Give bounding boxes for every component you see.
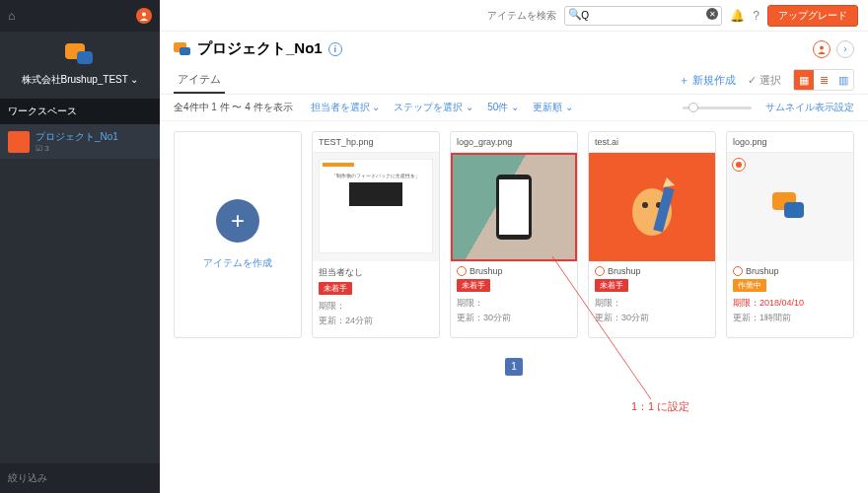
project-title: プロジェクト_No1 — [197, 39, 323, 58]
new-item-action[interactable]: ＋ 新規作成 — [679, 73, 736, 88]
view-grid-icon[interactable]: ▦ — [794, 70, 814, 90]
item-title: logo_gray.png — [451, 132, 577, 153]
project-label: プロジェクト_No1 — [36, 130, 118, 144]
org-block[interactable]: 株式会社Brushup_TEST ⌄ — [0, 32, 160, 99]
svg-point-5 — [642, 202, 648, 208]
filter-row: 全4件中 1 件 〜 4 件を表示 担当者を選択 ⌄ ステップを選択 ⌄ 50件… — [160, 95, 868, 121]
item-title: logo.png — [727, 132, 853, 153]
bell-icon[interactable]: 🔔 — [730, 9, 745, 23]
new-item-label: アイテムを作成 — [203, 256, 272, 270]
header-user-icon[interactable] — [813, 40, 831, 58]
filter-sort[interactable]: 更新順 ⌄ — [533, 101, 573, 114]
status-badge: 未着手 — [319, 282, 352, 295]
view-list-icon[interactable]: ≣ — [814, 70, 833, 90]
view-switch: ▦ ≣ ▥ — [793, 69, 854, 91]
pager: 1 — [160, 348, 868, 384]
project-icon — [174, 42, 191, 56]
tab-row: アイテム ＋ 新規作成 ✓ 選択 ▦ ≣ ▥ — [160, 66, 868, 95]
page-1[interactable]: 1 — [505, 358, 523, 376]
tab-items[interactable]: アイテム — [174, 66, 225, 94]
next-icon[interactable]: › — [836, 40, 854, 58]
assignee-name: Brushup — [746, 266, 779, 276]
topbar: アイテムを検索 🔍 ✕ 🔔 ? アップグレード — [160, 0, 868, 32]
search-label: アイテムを検索 — [487, 9, 556, 23]
svg-point-0 — [142, 13, 146, 17]
item-thumbnail[interactable] — [727, 153, 853, 261]
status-badge: 未着手 — [457, 279, 490, 292]
search-icon: 🔍 — [568, 8, 582, 21]
thumb-size-slider[interactable] — [683, 106, 752, 109]
assignee-name: Brushup — [470, 266, 503, 276]
project-count: ☑ 3 — [36, 144, 118, 153]
org-name: 株式会社Brushup_TEST ⌄ — [0, 73, 160, 87]
deadline: 期限： — [319, 300, 433, 313]
pin-icon — [732, 158, 746, 172]
svg-rect-11 — [784, 202, 804, 218]
item-card[interactable]: TEST_hp.png「制作物のフィードバックに生産性を」担当者なし未着手期限：… — [312, 131, 440, 338]
svg-line-12 — [552, 256, 651, 399]
info-icon[interactable]: i — [328, 42, 342, 56]
filter-button[interactable]: 絞り込み — [0, 463, 160, 493]
updated: 更新：24分前 — [319, 315, 433, 327]
sidebar-project-item[interactable]: プロジェクト_No1 ☑ 3 — [0, 124, 160, 159]
home-icon[interactable]: ⌂ — [8, 9, 15, 23]
select-action[interactable]: ✓ 選択 — [748, 73, 781, 88]
main: アイテムを検索 🔍 ✕ 🔔 ? アップグレード プロジェクト_No1 i › ア… — [160, 0, 868, 493]
svg-marker-8 — [663, 177, 675, 187]
updated: 更新：1時間前 — [733, 312, 847, 324]
deadline: 期限：2018/04/10 — [733, 297, 847, 310]
filter-step[interactable]: ステップを選択 ⌄ — [394, 101, 473, 114]
filter-assignee[interactable]: 担当者を選択 ⌄ — [311, 101, 381, 114]
item-card[interactable]: logo.pngBrushup作業中期限：2018/04/10更新：1時間前 — [726, 131, 854, 338]
status-badge: 作業中 — [733, 279, 766, 292]
upgrade-button[interactable]: アップグレード — [767, 5, 858, 27]
plus-icon: + — [216, 199, 259, 243]
item-meta: Brushup作業中期限：2018/04/10更新：1時間前 — [727, 261, 853, 329]
annotation-line — [552, 256, 661, 404]
new-item-card[interactable]: + アイテムを作成 — [174, 131, 302, 338]
item-grid: + アイテムを作成 TEST_hp.png「制作物のフィードバックに生産性を」担… — [160, 121, 868, 348]
project-thumb-icon — [8, 131, 30, 153]
item-thumbnail[interactable]: 「制作物のフィードバックに生産性を」 — [313, 153, 439, 261]
workspace-header: ワークスペース — [0, 99, 160, 124]
item-title: test.ai — [589, 132, 715, 153]
assignee-avatar-icon — [733, 266, 743, 276]
assignee-name: 担当者なし — [319, 266, 363, 279]
item-thumbnail[interactable] — [451, 153, 577, 261]
result-count: 全4件中 1 件 〜 4 件を表示 — [174, 101, 293, 114]
svg-rect-2 — [180, 47, 190, 55]
assignee-avatar-icon — [457, 266, 467, 276]
sidebar-topbar: ⌂ — [0, 0, 160, 32]
org-logo-icon — [65, 43, 95, 67]
item-meta: 担当者なし未着手期限：更新：24分前 — [313, 261, 439, 332]
filter-per-page[interactable]: 50件 ⌄ — [487, 101, 519, 114]
help-icon[interactable]: ? — [753, 9, 760, 23]
search-input[interactable] — [564, 6, 722, 26]
svg-point-9 — [736, 162, 742, 168]
thumb-setting-link[interactable]: サムネイル表示設定 — [765, 101, 854, 114]
svg-point-3 — [820, 45, 824, 49]
project-header: プロジェクト_No1 i › — [160, 32, 868, 66]
sidebar: ⌂ 株式会社Brushup_TEST ⌄ ワークスペース プロジェクト_No1 … — [0, 0, 160, 493]
user-avatar[interactable] — [136, 8, 152, 24]
item-title: TEST_hp.png — [313, 132, 439, 153]
item-thumbnail[interactable] — [589, 153, 715, 261]
view-calendar-icon[interactable]: ▥ — [833, 70, 853, 90]
